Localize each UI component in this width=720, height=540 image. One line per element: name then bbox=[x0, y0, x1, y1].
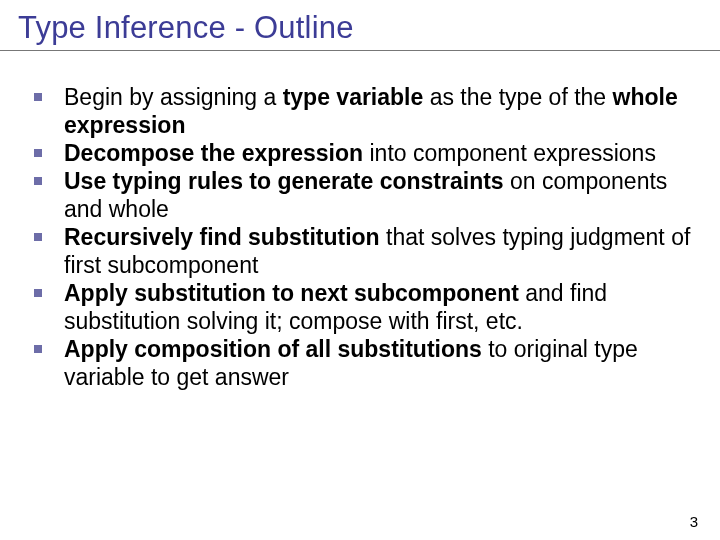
list-item: Apply composition of all substitutions t… bbox=[28, 335, 692, 391]
list-item-text: Use typing rules to generate constraints… bbox=[64, 168, 667, 222]
slide-title: Type Inference - Outline bbox=[0, 0, 720, 51]
bullet-icon bbox=[34, 177, 42, 185]
bullet-list: Begin by assigning a type variable as th… bbox=[28, 83, 692, 392]
slide: Type Inference - Outline Begin by assign… bbox=[0, 0, 720, 540]
list-item-text: Apply substitution to next subcomponent … bbox=[64, 280, 607, 334]
bullet-icon bbox=[34, 93, 42, 101]
list-item-text: Recursively find substitution that solve… bbox=[64, 224, 690, 278]
bullet-icon bbox=[34, 345, 42, 353]
list-item-text: Begin by assigning a type variable as th… bbox=[64, 84, 678, 138]
bullet-icon bbox=[34, 289, 42, 297]
list-item: Begin by assigning a type variable as th… bbox=[28, 83, 692, 139]
list-item: Use typing rules to generate constraints… bbox=[28, 167, 692, 223]
page-number: 3 bbox=[690, 513, 698, 530]
bullet-icon bbox=[34, 149, 42, 157]
bullet-icon bbox=[34, 233, 42, 241]
list-item: Recursively find substitution that solve… bbox=[28, 223, 692, 279]
list-item: Decompose the expression into component … bbox=[28, 139, 692, 167]
list-item: Apply substitution to next subcomponent … bbox=[28, 279, 692, 335]
list-item-text: Decompose the expression into component … bbox=[64, 140, 656, 166]
list-item-text: Apply composition of all substitutions t… bbox=[64, 336, 638, 390]
slide-content: Begin by assigning a type variable as th… bbox=[0, 51, 720, 392]
